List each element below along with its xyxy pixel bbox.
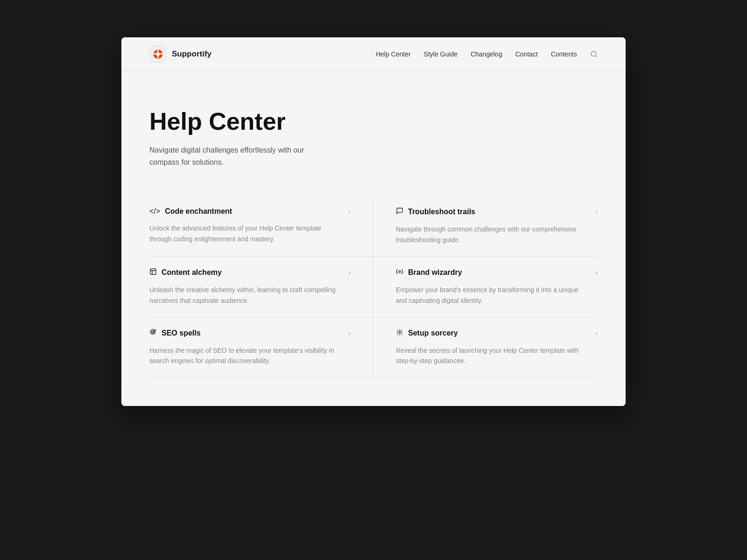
brand-icon	[396, 268, 403, 277]
search-icon[interactable]	[590, 50, 598, 58]
logo-area: 🛟 Supportify	[149, 46, 211, 63]
category-title-row: Content alchemy	[149, 268, 222, 277]
category-title-setup-sorcery: Setup sorcery	[408, 329, 458, 337]
category-code-enchantment: </> Code enchantment › Unlock the advanc…	[149, 196, 374, 257]
browser-window: 🛟 Supportify Help Center Style Guide Cha…	[121, 37, 626, 406]
chevron-right-icon: ›	[348, 329, 351, 337]
hero-section: Help Center Navigate digital challenges …	[121, 71, 626, 196]
chevron-right-icon: ›	[348, 269, 351, 276]
category-troubleshoot-trails: Troubleshoot trails › Navigate through c…	[374, 196, 598, 257]
category-header-troubleshoot-trails[interactable]: Troubleshoot trails ›	[396, 207, 598, 217]
nav-style-guide[interactable]: Style Guide	[424, 50, 458, 58]
svg-point-9	[399, 331, 401, 333]
troubleshoot-icon	[396, 207, 403, 217]
content-icon	[149, 268, 157, 277]
nav-changelog[interactable]: Changelog	[471, 50, 502, 58]
category-header-setup-sorcery[interactable]: Setup sorcery ›	[396, 329, 598, 338]
nav-contact[interactable]: Contact	[515, 50, 538, 58]
category-brand-wizardry: Brand wizardry › Empower your brand's es…	[374, 257, 598, 317]
category-title-troubleshoot-trails: Troubleshoot trails	[408, 208, 475, 216]
category-title-content-alchemy: Content alchemy	[162, 268, 222, 277]
svg-rect-2	[150, 269, 156, 274]
category-title-seo-spells: SEO spells	[162, 329, 201, 337]
hero-subtitle: Navigate digital challenges effortlessly…	[149, 144, 308, 168]
categories-grid: </> Code enchantment › Unlock the advanc…	[121, 196, 626, 406]
svg-point-7	[150, 329, 155, 335]
category-title-row: SEO spells	[149, 329, 201, 338]
category-desc-seo-spells: Harness the magic of SEO to elevate your…	[149, 345, 336, 366]
hero-title: Help Center	[149, 108, 598, 135]
setup-icon	[396, 329, 403, 338]
category-title-row: Setup sorcery	[396, 329, 458, 338]
nav-links: Help Center Style Guide Changelog Contac…	[376, 50, 598, 58]
chevron-right-icon: ›	[595, 269, 598, 276]
category-title-row: </> Code enchantment	[149, 207, 232, 216]
category-desc-setup-sorcery: Reveal the secrets of launching your Hel…	[396, 345, 583, 366]
category-desc-content-alchemy: Unleash the creative alchemy within, lea…	[149, 285, 336, 306]
category-desc-brand-wizardry: Empower your brand's essence by transfor…	[396, 285, 583, 306]
chevron-right-icon: ›	[595, 329, 598, 337]
category-header-brand-wizardry[interactable]: Brand wizardry ›	[396, 268, 598, 277]
category-header-seo-spells[interactable]: SEO spells ›	[149, 329, 351, 338]
svg-line-1	[595, 56, 597, 57]
category-title-row: Brand wizardry	[396, 268, 462, 277]
category-title-code-enchantment: Code enchantment	[165, 207, 232, 216]
logo-icon: 🛟	[149, 46, 166, 63]
nav-help-center[interactable]: Help Center	[376, 50, 411, 58]
category-title-brand-wizardry: Brand wizardry	[408, 268, 462, 277]
category-content-alchemy: Content alchemy › Unleash the creative a…	[149, 257, 374, 317]
category-seo-spells: SEO spells › Harness the magic of SEO to…	[149, 317, 374, 378]
nav-contents[interactable]: Contents	[551, 50, 577, 58]
category-header-content-alchemy[interactable]: Content alchemy ›	[149, 268, 351, 277]
chevron-right-icon: ›	[348, 208, 351, 215]
category-desc-troubleshoot-trails: Navigate through common challenges with …	[396, 224, 583, 245]
category-header-code-enchantment[interactable]: </> Code enchantment ›	[149, 207, 351, 216]
svg-point-5	[399, 271, 401, 273]
category-title-row: Troubleshoot trails	[396, 207, 475, 217]
chevron-right-icon: ›	[595, 208, 598, 216]
brand-name: Supportify	[172, 49, 211, 59]
seo-icon	[149, 329, 157, 338]
category-desc-code-enchantment: Unlock the advanced features of your Hel…	[149, 223, 336, 244]
code-icon: </>	[149, 207, 160, 216]
category-setup-sorcery: Setup sorcery › Reveal the secrets of la…	[374, 317, 598, 378]
header: 🛟 Supportify Help Center Style Guide Cha…	[121, 37, 626, 71]
